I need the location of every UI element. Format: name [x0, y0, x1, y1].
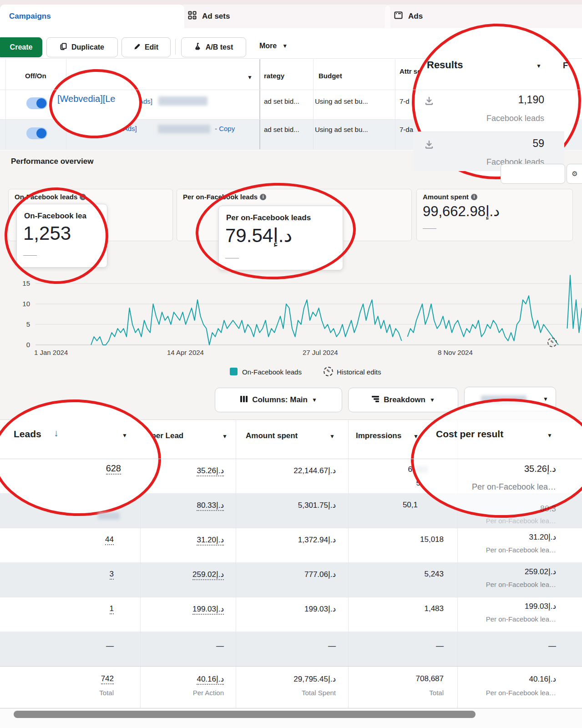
row-6-leads: — [46, 642, 114, 651]
column-header-strategy[interactable]: rategy [264, 72, 284, 80]
stats-header-underline [0, 459, 582, 459]
campaign-2-results-value: 59 [455, 137, 544, 150]
row-1-leads[interactable]: 628 [46, 463, 121, 474]
column-header-off-on: Off/On [25, 72, 46, 80]
row-5-cpr-label: Per on-Facebook lea… [455, 615, 556, 623]
row-5-spent: 199.03د.إ [237, 604, 336, 614]
ads-manager-screen: Campaigns Ad sets Ads Create Duplicate E… [0, 0, 582, 728]
duplicate-button[interactable]: Duplicate [46, 37, 118, 57]
card3-label: Amount spenti [423, 193, 477, 201]
row-1-cpr: 35.26د.إ [455, 463, 556, 474]
stats-total-divider [0, 666, 582, 667]
row-2-cpl[interactable]: 80.33د.إ [146, 500, 224, 510]
x-tick-27-jul: 27 Jul 2024 [303, 349, 338, 356]
columns-button[interactable]: Columns: Main ▼ [215, 388, 342, 412]
row-3-leads[interactable]: 44 [46, 535, 114, 544]
campaign-1-attribution: 7-d [400, 97, 410, 105]
campaign-1-toggle[interactable] [26, 97, 47, 109]
row-6-spent: — [237, 642, 336, 651]
x-tick-1-jan: 1 Jan 2024 [34, 349, 68, 356]
campaign-2-toggle[interactable] [26, 127, 47, 139]
edit-columns-button[interactable]: ⚙ [567, 164, 582, 184]
row-6-cpr: — [455, 642, 556, 651]
flask-icon [194, 43, 202, 52]
results-row-divider [413, 131, 564, 132]
campaign-2-attribution: 7-da [400, 126, 413, 133]
horizontal-scrollbar-thumb[interactable] [14, 711, 476, 718]
card3-label-text: Amount spent [423, 193, 469, 201]
amount-spent-sort-icon[interactable]: ▼ [329, 433, 335, 440]
breakdown-button[interactable]: Breakdown ▼ [348, 388, 458, 412]
name-column-sort-icon[interactable]: ▼ [247, 74, 253, 81]
toolbar-divider [175, 39, 176, 55]
row-4-spent: 777.06د.إ [237, 570, 336, 579]
row-1-impressions-line1: 6 [364, 465, 412, 474]
leads-line-chart[interactable] [0, 273, 582, 364]
column-header-impressions[interactable]: Impressions [356, 431, 401, 440]
table-settings-icon: ⚙ [572, 170, 577, 178]
edit-button[interactable]: Edit [121, 37, 171, 57]
campaign-2-name-suffix[interactable]: - Copy [215, 125, 235, 132]
total-spent: 29,795.45د.إ [237, 674, 336, 684]
breakdown-icon [371, 395, 380, 405]
tab-campaigns-label: Campaigns [9, 12, 51, 21]
row-5-impressions: 1,483 [346, 604, 444, 613]
x-tick-14-apr: 14 Apr 2024 [167, 349, 204, 356]
download-icon[interactable] [424, 96, 434, 107]
x-tick-8-nov: 8 Nov 2024 [438, 349, 473, 356]
results-sort-icon[interactable]: ▼ [536, 63, 542, 69]
chart-panel-button[interactable] [501, 164, 565, 184]
tab-ads-label: Ads [408, 12, 423, 21]
more-button-label: More [259, 42, 277, 50]
row-4-leads[interactable]: 3 [46, 570, 114, 579]
campaign-1-name-zoomed[interactable]: [Webvedia][Le [57, 94, 116, 104]
column-header-cost-per-result[interactable]: Cost per result [436, 429, 503, 440]
sort-descending-icon[interactable]: ↓ [54, 428, 59, 439]
row-5-cpr: 199.03د.إ [455, 602, 556, 611]
row-5-leads[interactable]: 1 [46, 604, 114, 613]
historical-edit-marker-icon[interactable]: ✎ [547, 338, 557, 347]
download-icon[interactable] [424, 139, 434, 151]
create-button[interactable]: Create [0, 37, 42, 57]
row-4-impressions: 5,243 [346, 570, 444, 579]
total-leads-label: Total [46, 689, 114, 697]
chevron-down-icon: ▼ [282, 43, 288, 49]
info-icon[interactable]: i [471, 194, 477, 200]
row-5-cpl[interactable]: 199.03د.إ [146, 604, 224, 614]
tab-ad-sets[interactable]: Ad sets [179, 5, 390, 28]
campaign-1-results-value: 1,190 [455, 94, 544, 106]
cost-per-result-sort-icon[interactable]: ▼ [547, 432, 552, 439]
more-button[interactable]: More ▼ [259, 42, 288, 50]
row-3-cpr: 31.20د.إ [455, 532, 556, 542]
stats-row-line [0, 597, 582, 597]
column-header-leads[interactable]: Leads [14, 429, 41, 440]
tab-campaigns[interactable]: Campaigns [0, 5, 184, 28]
campaign-2-name-redacted [158, 125, 210, 133]
row-4-cpl[interactable]: 259.02د.إ [146, 570, 224, 579]
legend-series-label: On-Facebook leads [242, 368, 302, 376]
stats-col-divider-2 [236, 420, 236, 708]
total-impressions-label: Total [346, 689, 444, 697]
col-divider-2 [313, 59, 314, 149]
cost-per-lead-sort-icon[interactable]: ▼ [222, 433, 228, 440]
row-4-cpr-label: Per on-Facebook lea… [455, 581, 556, 588]
frozen-col-divider [259, 59, 260, 149]
total-cpr: 40.16د.إ [455, 674, 556, 684]
row-6-impressions: — [346, 642, 444, 651]
column-header-results[interactable]: Results [427, 59, 463, 71]
row-3-cpl[interactable]: 31.20د.إ [146, 535, 224, 545]
ab-test-button[interactable]: A/B test [181, 37, 246, 57]
total-leads: 742 [46, 674, 114, 683]
column-header-budget[interactable]: Budget [319, 72, 342, 80]
breakdown-button-label: Breakdown [384, 395, 425, 404]
column-header-partial-next: F [563, 61, 568, 71]
legend-series-swatch [230, 368, 238, 375]
column-header-amount-spent[interactable]: Amount spent [246, 431, 298, 440]
leads-sort-icon[interactable]: ▼ [122, 432, 127, 439]
row-1-spent: 22,144.67د.إ [237, 466, 336, 475]
chevron-down-icon: ▼ [543, 396, 548, 402]
campaign-1-results-label: Facebook leads [455, 114, 544, 123]
performance-overview-title: Performance overview [11, 157, 93, 166]
edit-button-label: Edit [145, 43, 158, 51]
stats-col-divider-3 [348, 420, 349, 708]
